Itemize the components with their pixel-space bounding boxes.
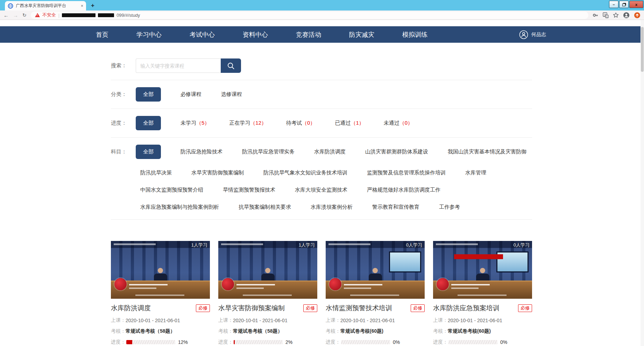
new-tab-button[interactable]: + — [91, 2, 94, 9]
not-secure-label[interactable]: 不安全 — [42, 12, 56, 18]
reload-button[interactable]: ↻ — [22, 12, 27, 18]
site-favicon — [8, 3, 13, 9]
progress-label: 进度： — [218, 339, 233, 345]
subject-filter-option[interactable]: 水库管理 — [465, 169, 486, 176]
caption-line — [451, 284, 490, 285]
category-filter-option[interactable]: 选修课程 — [221, 91, 242, 98]
page-scrollbar[interactable] — [641, 20, 644, 346]
progress-filter-option[interactable]: 未通过（0） — [384, 120, 413, 126]
window-minimize-button[interactable]: – — [609, 1, 618, 8]
course-title[interactable]: 水情监测预警技术培训 — [326, 304, 392, 313]
subject-filter-option[interactable]: 旱情监测预警预报技术 — [223, 187, 275, 193]
required-badge: 必修 — [303, 304, 317, 312]
subject-filter-option[interactable]: 我国山洪灾害基本情况及灾害防御 — [448, 148, 526, 155]
nav-item-study-center[interactable]: 学习中心 — [136, 30, 162, 39]
subject-filter-option[interactable]: 防汛抗旱应急管理实务 — [242, 148, 295, 155]
window-maximize-button[interactable] — [619, 1, 629, 8]
subject-filter-row: 防汛抗旱决策 水旱灾害防御预案编制 防汛抗旱气象水文知识业务技术培训 监测预警及… — [140, 169, 532, 176]
viewer-count-badge: 0人学习 — [514, 242, 530, 248]
user-menu[interactable]: 何品志 — [519, 30, 546, 39]
progress-filter-option[interactable]: 待考试（0） — [286, 120, 315, 126]
back-button[interactable]: ← — [3, 13, 9, 18]
nav-item-simulation-training[interactable]: 模拟训练 — [402, 30, 427, 39]
category-filter-option[interactable]: 必修课程 — [181, 91, 201, 98]
subject-filter-option[interactable]: 水库大坝安全监测技术 — [295, 187, 347, 193]
subject-filter-option[interactable]: 严格规范做好水库防洪调度工作 — [367, 187, 440, 193]
subject-filter-option[interactable]: 中国水文监测预报预警介绍 — [140, 187, 203, 193]
svg-text:A: A — [606, 15, 608, 18]
subject-filter-option[interactable]: 水库防洪调度 — [314, 148, 346, 155]
viewer-count-badge: 1人学习 — [191, 242, 207, 248]
subject-filter-option[interactable]: 防汛抗旱决策 — [140, 169, 172, 176]
subject-filter-option[interactable]: 防汛应急抢险技术 — [181, 148, 222, 155]
forward-button: → — [13, 13, 18, 18]
scrollbar-thumb[interactable] — [641, 27, 644, 72]
caption-line — [458, 295, 507, 296]
progress-filter-all-button[interactable]: 全部 — [136, 116, 161, 130]
category-filter-label: 分类： — [111, 91, 136, 98]
translate-icon[interactable]: 文 A — [603, 12, 609, 18]
course-card: 0人学习 水情监测预警技术培训 必修 上课：2020-10-01 - 2021-… — [326, 241, 425, 345]
course-thumbnail[interactable]: 0人学习 — [433, 241, 532, 299]
subject-filter-option[interactable]: 警示教育和宣传教育 — [372, 204, 419, 210]
progress-filter-option[interactable]: 未学习（5） — [181, 120, 210, 126]
category-filter-all-button[interactable]: 全部 — [136, 87, 161, 102]
nav-item-exam-center[interactable]: 考试中心 — [190, 30, 215, 39]
course-title[interactable]: 水库防洪调度 — [111, 304, 151, 313]
subject-filter-option[interactable]: 水库应急预案编制与抢险案例剖析 — [140, 204, 219, 210]
course-title[interactable]: 水库防洪应急预案培训 — [433, 304, 500, 313]
search-icon — [227, 62, 235, 70]
window-close-button[interactable]: x — [629, 1, 643, 8]
caption-line — [129, 288, 156, 289]
profile-avatar-icon[interactable] — [623, 12, 630, 19]
section-divider — [111, 219, 532, 220]
subject-filter-row: 水库应急预案编制与抢险案例剖析 抗旱预案编制相关要求 水库溃坝案例分析 警示教育… — [140, 204, 532, 210]
security-warning-icon[interactable] — [35, 13, 40, 17]
nav-item-materials-center[interactable]: 资料中心 — [243, 30, 268, 39]
nav-item-competitions[interactable]: 竞赛活动 — [296, 30, 321, 39]
search-button[interactable] — [221, 58, 241, 73]
search-row: 搜索： — [111, 58, 532, 73]
exam-type: 常规试卷考核(60题) — [448, 328, 491, 334]
required-badge: 必修 — [518, 304, 532, 312]
search-input[interactable] — [136, 58, 221, 73]
progress-filter-option[interactable]: 正在学习（12） — [229, 120, 267, 126]
nav-item-disaster-prevention[interactable]: 防灾减灾 — [349, 30, 374, 39]
password-key-icon[interactable] — [593, 12, 599, 18]
subject-filter-option[interactable]: 监测预警及信息管理系统操作培训 — [367, 169, 446, 176]
course-card: 0人学习 水库防洪应急预案培训 必修 上课：2020-10-01 - 2021-… — [433, 241, 532, 345]
course-logo-badge — [114, 278, 127, 290]
subject-filter-option[interactable]: 工作参考 — [439, 204, 460, 210]
subject-filter-option[interactable]: 防汛抗旱气象水文知识业务技术培训 — [263, 169, 347, 176]
class-label: 上课： — [218, 317, 233, 324]
browser-update-icon[interactable] — [634, 12, 641, 19]
tab-title: 广西水旱灾害防御培训平台 — [16, 3, 78, 9]
bookmark-star-icon[interactable] — [613, 12, 619, 18]
course-thumbnail[interactable]: 0人学习 — [326, 241, 425, 299]
caption-line — [236, 284, 275, 285]
progress-filter-row: 进度： 全部 未学习（5） 正在学习（12） 待考试（0） 已通过（1） 未通过… — [111, 116, 532, 130]
course-title[interactable]: 水旱灾害防御预案编制 — [218, 304, 285, 313]
subject-filter-option[interactable]: 水旱灾害防御预案编制 — [191, 169, 244, 176]
browser-tab[interactable]: 广西水旱灾害防御培训平台 × — [5, 1, 86, 11]
exam-label: 考核： — [433, 328, 448, 334]
subject-filter-all-button[interactable]: 全部 — [136, 145, 161, 159]
address-bar[interactable]: 不安全 | 099/#/study — [31, 12, 588, 19]
progress-bar — [234, 340, 283, 344]
option-count: （5） — [196, 120, 210, 126]
class-date-range: 2020-10-01 - 2021-06-01 — [340, 318, 395, 323]
subject-filter-option[interactable]: 水库溃坝案例分析 — [311, 204, 353, 210]
caption-line — [350, 295, 399, 296]
section-divider — [111, 137, 532, 138]
course-thumbnail[interactable]: 1人学习 — [111, 241, 210, 299]
search-label: 搜索： — [111, 62, 136, 69]
progress-filter-option[interactable]: 已通过（1） — [335, 120, 364, 126]
maximize-icon — [622, 4, 625, 6]
subject-filter-option[interactable]: 山洪灾害群测群防体系建设 — [365, 148, 428, 155]
tab-close-icon[interactable]: × — [81, 4, 83, 8]
course-thumbnail[interactable]: 1人学习 — [218, 241, 317, 299]
course-card-grid: 1人学习 水库防洪调度 必修 上课：2020-10-01 - 2021-06-0… — [111, 241, 532, 345]
subject-filter-option[interactable]: 抗旱预案编制相关要求 — [239, 204, 291, 210]
subject-filter-row: 科目： 全部 防汛应急抢险技术 防汛抗旱应急管理实务 水库防洪调度 山洪灾害群测… — [111, 145, 532, 159]
nav-item-home[interactable]: 首页 — [96, 30, 108, 39]
